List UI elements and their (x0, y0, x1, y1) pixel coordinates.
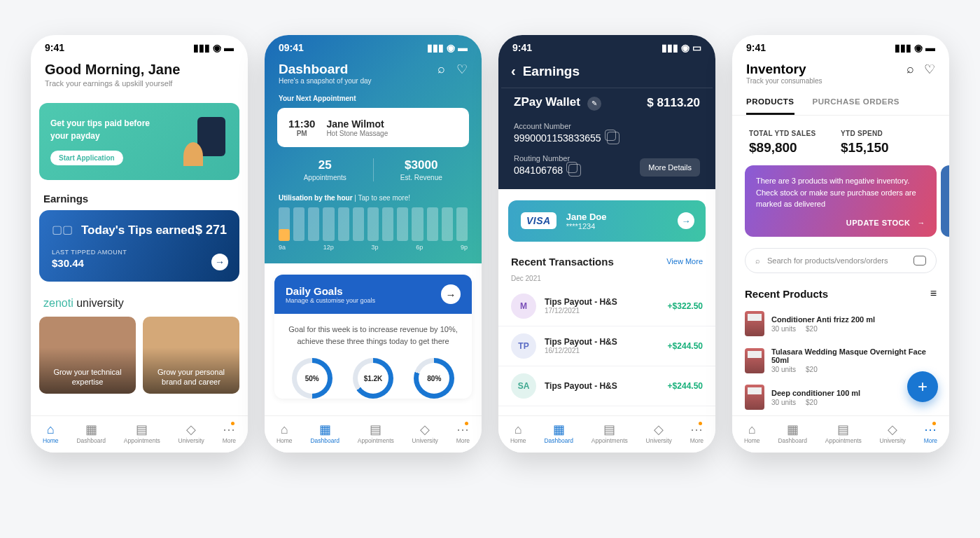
tx-avatar: SA (511, 373, 536, 399)
bell-icon[interactable]: ♡ (456, 62, 468, 77)
copy-icon[interactable] (607, 132, 620, 144)
view-more-link[interactable]: View More (666, 257, 703, 265)
transaction-row[interactable]: SA Tips Payout - H&S +$244.50 (498, 366, 715, 406)
nav-dashboard[interactable]: ▦Dashboard (310, 423, 340, 444)
clock: 9:41 (45, 42, 64, 53)
nav-more[interactable]: ⋯More (223, 423, 236, 444)
nav-appointments[interactable]: ▤Appointments (592, 423, 628, 444)
appointment-time: 11:30 (288, 118, 315, 130)
inventory-tabs: PRODUCTS PURCHASE ORDERS (732, 92, 949, 116)
nav-university[interactable]: ◇University (646, 423, 672, 444)
routing-label: Routing Number (514, 154, 581, 163)
bottom-nav: ⌂Home ▦Dashboard ▤Appointments ◇Universi… (265, 415, 482, 453)
daily-goals-card: Daily Goals Manage & customise your goal… (274, 275, 472, 399)
wallet-balance: $ 8113.20 (647, 96, 700, 110)
nav-university[interactable]: ◇University (880, 423, 906, 444)
card-last4: ****1234 (566, 222, 607, 230)
tx-amount: +$322.50 (668, 301, 703, 311)
tips-card[interactable]: ▢▢ Today's Tips earned $ 271 LAST TIPPED… (39, 210, 239, 282)
university-card-brand[interactable]: Grow your personal brand and career (143, 317, 239, 394)
filter-icon[interactable]: ≡ (930, 287, 937, 300)
search-icon[interactable]: ⌕ (438, 62, 445, 77)
visa-card[interactable]: VISA Jane Doe ****1234 → (508, 200, 706, 242)
dashboard-screen: 09:41 ▮▮▮◉▬ Dashboard Here's a snapshot … (265, 35, 482, 453)
home-icon: ⌂ (748, 423, 756, 436)
arrow-icon: → (918, 217, 926, 229)
home-icon: ⌂ (47, 423, 55, 436)
back-icon[interactable]: ‹ (511, 63, 516, 79)
scan-icon[interactable] (913, 256, 926, 265)
bottom-nav: ⌂Home ▦Dashboard ▤Appointments ◇Universi… (498, 415, 715, 453)
grid-icon: ▦ (787, 423, 799, 436)
nav-appointments[interactable]: ▤Appointments (124, 423, 160, 444)
transaction-row[interactable]: TP Tips Payout - H&S16/12/2021 +$244.50 (498, 326, 715, 366)
nav-more[interactable]: ⋯More (456, 423, 470, 444)
appointment-client: Jane Wilmot (326, 118, 388, 130)
cardholder-name: Jane Doe (566, 212, 607, 222)
nav-dashboard[interactable]: ▦Dashboard (778, 423, 807, 444)
product-name: Conditioner Anti frizz 200 ml (771, 315, 937, 324)
est-revenue: $3000 (374, 158, 470, 172)
nav-appointments[interactable]: ▤Appointments (825, 423, 862, 444)
gauge-1: 50% (292, 358, 332, 399)
nav-more[interactable]: ⋯More (924, 423, 937, 444)
nav-home[interactable]: ⌂Home (43, 423, 59, 444)
transaction-row[interactable]: M Tips Payout - H&S17/12/2021 +$322.50 (498, 287, 715, 326)
visa-brand: VISA (521, 212, 556, 229)
edit-icon[interactable]: ✎ (587, 97, 601, 111)
nav-home[interactable]: ⌂Home (276, 423, 293, 444)
nav-university[interactable]: ◇University (178, 423, 204, 444)
bell-icon[interactable]: ♡ (924, 62, 935, 77)
bottom-nav: ⌂Home ▦Dashboard ▤Appointments ◇Universi… (732, 415, 949, 453)
next-alert-peek (941, 165, 949, 237)
search-placeholder: Search for products/vendors/orders (767, 256, 888, 265)
tips-banner[interactable]: Get your tips paid before your payday St… (39, 103, 239, 180)
university-card-technical[interactable]: Grow your technical expertise (39, 317, 136, 394)
goals-header[interactable]: Daily Goals Manage & customise your goal… (274, 275, 472, 314)
nav-home[interactable]: ⌂Home (510, 423, 526, 444)
tx-name: Tips Payout - H&S (545, 337, 617, 347)
tx-amount: +$244.50 (668, 381, 703, 391)
utilisation-chart[interactable] (265, 207, 482, 241)
appointment-card[interactable]: 11:30 PM Jane Wilmot Hot Stone Massage (277, 108, 469, 147)
inventory-alert[interactable]: There are 3 products with negative inven… (745, 165, 937, 237)
copy-icon[interactable] (568, 164, 581, 177)
appointments-count: 25 (277, 158, 373, 172)
arrow-icon[interactable]: → (441, 284, 461, 304)
nav-appointments[interactable]: ▤Appointments (358, 423, 394, 444)
product-units: 30 units (771, 325, 796, 333)
add-product-fab[interactable]: + (907, 371, 938, 402)
search-input[interactable]: ⌕ Search for products/vendors/orders (745, 248, 937, 273)
nav-home[interactable]: ⌂Home (744, 423, 760, 444)
tx-amount: +$244.50 (668, 341, 703, 351)
start-application-button[interactable]: Start Application (50, 151, 123, 165)
more-details-button[interactable]: More Details (640, 158, 700, 177)
ytd-spend-value: $15,150 (841, 140, 932, 156)
earnings-heading: Earnings (31, 180, 248, 210)
calendar-icon: ▤ (370, 423, 382, 436)
wallet-icon: ▢▢ (52, 223, 73, 236)
nav-more[interactable]: ⋯More (690, 423, 704, 444)
clock: 09:41 (279, 42, 304, 53)
update-stock-button[interactable]: UPDATE STOCK→ (756, 217, 925, 229)
product-name: Tulasara Wedding Masque Overnight Face 5… (771, 347, 937, 364)
status-bar: 9:41 ▮▮▮◉▭ (498, 35, 715, 57)
arrow-icon[interactable]: → (678, 212, 694, 229)
nav-university[interactable]: ◇University (412, 423, 438, 444)
search-icon[interactable]: ⌕ (906, 62, 914, 77)
banner-illustration (179, 117, 228, 166)
battery-icon: ▬ (224, 42, 234, 53)
home-icon: ⌂ (281, 423, 288, 436)
product-row[interactable]: Conditioner Anti frizz 200 ml 30 units$2… (732, 305, 949, 342)
tab-purchase-orders[interactable]: PURCHASE ORDERS (813, 97, 899, 115)
recent-products-title: Recent Products (745, 288, 828, 300)
next-appointment-label: Your Next Appointment (265, 95, 482, 108)
tab-products[interactable]: PRODUCTS (746, 97, 794, 115)
nav-dashboard[interactable]: ▦Dashboard (76, 423, 106, 444)
ytd-sales-value: $89,800 (749, 140, 841, 156)
grid-icon: ▦ (553, 423, 565, 436)
home-icon: ⌂ (514, 423, 522, 436)
appointment-period: PM (288, 130, 315, 137)
nav-dashboard[interactable]: ▦Dashboard (544, 423, 573, 444)
battery-icon: ▭ (692, 42, 701, 53)
